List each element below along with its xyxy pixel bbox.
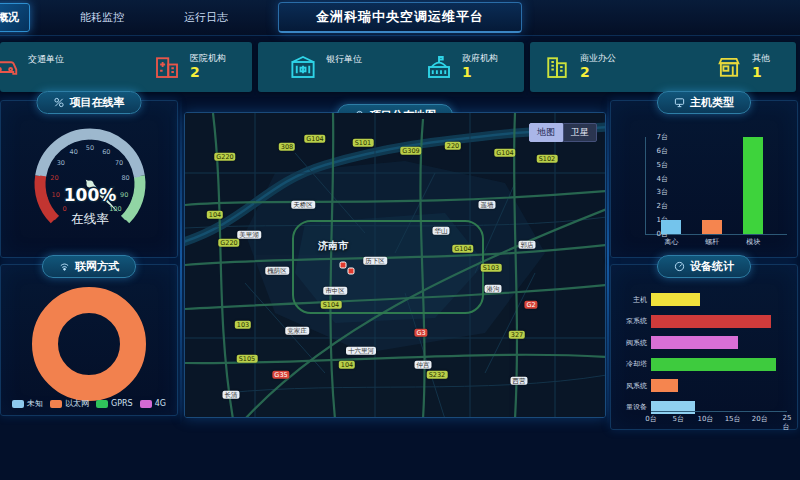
place-label: 长清 xyxy=(223,391,240,399)
stat-office: 商业办公 2 xyxy=(542,52,616,82)
legend-item[interactable]: GPRS xyxy=(96,398,133,409)
panel-title: 主机类型 xyxy=(690,95,734,110)
svg-text:100%: 100% xyxy=(64,185,117,205)
device-row: 冷却塔 xyxy=(619,358,787,371)
stat-label: 政府机构 xyxy=(462,53,498,64)
tab-run-log[interactable]: 运行日志 xyxy=(174,4,238,31)
stat-bank: 银行单位 xyxy=(288,52,362,82)
svg-text:50: 50 xyxy=(86,144,94,152)
x-axis-label: 模块 xyxy=(746,237,760,247)
bar-track xyxy=(651,293,787,306)
category-label: 主机 xyxy=(619,295,651,305)
svg-text:60: 60 xyxy=(102,148,110,156)
stat-card-2: 银行单位 政府机构 1 xyxy=(258,42,524,92)
divider xyxy=(180,96,182,426)
government-icon xyxy=(424,52,454,82)
road-label: G220 xyxy=(218,239,239,247)
place-label: 十六里河 xyxy=(346,347,376,355)
tab-energy-monitor[interactable]: 能耗监控 xyxy=(70,4,134,31)
svg-text:在线率: 在线率 xyxy=(71,211,109,226)
svg-text:20: 20 xyxy=(50,174,58,182)
legend-label: GPRS xyxy=(111,399,133,408)
bar-风系统 xyxy=(651,379,678,392)
svg-text:80: 80 xyxy=(121,174,129,182)
place-label: 郭店 xyxy=(519,241,536,249)
category-label: 冷却塔 xyxy=(619,359,651,369)
y-axis-tick: 4台 xyxy=(657,174,668,184)
divider xyxy=(607,96,609,426)
percent-icon xyxy=(54,97,65,108)
place-label: 华山 xyxy=(433,227,450,235)
legend-item[interactable]: 以太网 xyxy=(50,398,89,409)
legend-swatch xyxy=(50,400,62,408)
road-label: S105 xyxy=(237,355,258,363)
device-row: 主机 xyxy=(619,293,787,306)
y-axis-tick: 6台 xyxy=(657,146,668,156)
panel-title: 设备统计 xyxy=(690,259,734,274)
panel-header-network: 联网方式 xyxy=(42,255,136,278)
panel-network-type: 联网方式 未知以太网GPRS4G xyxy=(0,264,178,416)
svg-text:0: 0 xyxy=(62,205,66,213)
bar-泵系统 xyxy=(651,315,771,328)
place-label: 天桥区 xyxy=(291,201,315,209)
legend-label: 4G xyxy=(155,399,166,408)
road-label: 104 xyxy=(207,211,223,219)
road-label: G2 xyxy=(524,301,537,309)
legend-swatch xyxy=(140,400,152,408)
category-label: 量设备 xyxy=(619,402,651,412)
place-label: 历下区 xyxy=(363,257,387,265)
stat-label: 银行单位 xyxy=(326,54,362,65)
stat-value: 1 xyxy=(752,64,770,82)
device-stats-bar-chart: 主机泵系统阀系统冷却塔风系统量设备0台5台10台15台20台25台 xyxy=(619,293,787,421)
bar-track xyxy=(651,336,787,349)
legend-label: 未知 xyxy=(27,398,43,409)
device-row: 风系统 xyxy=(619,379,787,392)
stat-label: 商业办公 xyxy=(580,53,616,64)
x-axis: 0台5台10台15台20台25台 xyxy=(651,411,787,421)
legend-swatch xyxy=(96,400,108,408)
map-button[interactable]: 地图 xyxy=(529,123,563,142)
x-axis-tick: 5台 xyxy=(672,414,683,424)
car-icon xyxy=(0,52,20,82)
place-label: 党家庄 xyxy=(285,327,309,335)
place-label: 西营 xyxy=(511,377,528,385)
y-axis-tick: 7台 xyxy=(657,132,668,142)
stat-card-1: 交通单位 医院机构 2 xyxy=(0,42,252,92)
panel-title: 联网方式 xyxy=(75,259,119,274)
device-row: 泵系统 xyxy=(619,315,787,328)
road-label: S232 xyxy=(427,371,448,379)
legend-swatch xyxy=(12,400,24,408)
satellite-button[interactable]: 卫星 xyxy=(563,123,597,142)
shop-icon xyxy=(714,52,744,82)
x-axis-tick: 25台 xyxy=(783,414,792,432)
panel-title: 项目在线率 xyxy=(70,95,125,110)
device-row: 阀系统 xyxy=(619,336,787,349)
road-label: G220 xyxy=(214,153,235,161)
y-axis-tick: 2台 xyxy=(657,201,668,211)
tab-overview[interactable]: 概况 xyxy=(0,3,30,32)
bar-冷却塔 xyxy=(651,358,776,371)
platform-title: 金洲科瑞中央空调运维平台 xyxy=(278,2,522,33)
stat-label: 交通单位 xyxy=(28,54,64,65)
road-label: 220 xyxy=(445,142,461,150)
bar-模块 xyxy=(743,137,763,234)
stat-traffic: 交通单位 xyxy=(0,52,64,82)
online-rate-gauge: 0102030405060708090100100%在线率 xyxy=(1,113,177,257)
road-label: S103 xyxy=(481,264,502,272)
stat-value xyxy=(326,65,362,80)
panel-host-type: 主机类型 0台1台2台3台4台5台6台7台离心螺杆模块 xyxy=(610,100,798,258)
map-canvas[interactable]: G220308G104S101G309220G104S102104G220G10… xyxy=(185,113,605,417)
stat-label: 医院机构 xyxy=(190,53,226,64)
y-axis-tick: 5台 xyxy=(657,160,668,170)
bar-阀系统 xyxy=(651,336,738,349)
dashboard-screen: 概况 能耗监控 运行日志 项目列表 视频监控 金洲科瑞中央空调运维平台 交通单位 xyxy=(0,0,800,480)
legend-item[interactable]: 4G xyxy=(140,398,166,409)
svg-text:40: 40 xyxy=(70,148,78,156)
x-axis-tick: 20台 xyxy=(752,414,768,424)
legend-item[interactable]: 未知 xyxy=(12,398,43,409)
map-type-switcher: 地图 卫星 xyxy=(529,123,597,142)
svg-text:70: 70 xyxy=(115,159,123,167)
legend-label: 以太网 xyxy=(65,398,89,409)
panel-project-online-rate: 项目在线率 0102030405060708090100100%在线率 xyxy=(0,100,178,258)
bar-主机 xyxy=(651,293,700,306)
